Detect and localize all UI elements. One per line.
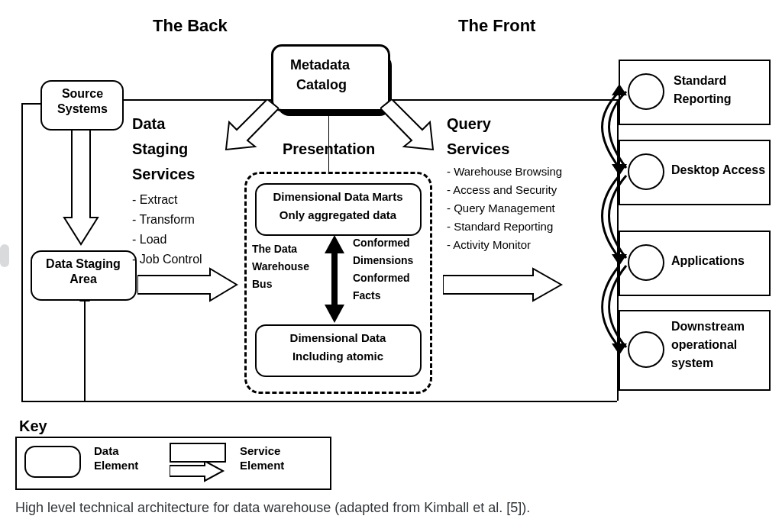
squiggle-connector-icon [593, 69, 631, 382]
app-l1: Applications [671, 253, 745, 269]
dss-title-1: Data [132, 114, 165, 134]
qs-item-4: - Activity Monitor [447, 238, 531, 253]
conf-l1: Conformed [353, 237, 410, 250]
arrow-metadata-right-icon [380, 99, 438, 153]
dim-marts-l1: Dimensional Data Marts [263, 190, 412, 205]
key-service-element-label: Service Element [240, 444, 301, 473]
key-service-arrow-icon [170, 461, 226, 482]
feedback-line-left [21, 103, 23, 401]
port-standard-reporting [628, 73, 664, 110]
svg-marker-2 [137, 269, 237, 301]
svg-marker-10 [612, 343, 627, 355]
key-service-rect [170, 443, 226, 463]
qs-item-1: - Access and Security [447, 183, 557, 198]
key-title: Key [19, 417, 47, 436]
qs-item-3: - Standard Reporting [447, 220, 553, 234]
feedback-line-bottom [21, 401, 617, 402]
sr-l2: Reporting [674, 92, 732, 107]
qs-title-2: Services [447, 140, 509, 159]
ds-l3: system [671, 356, 713, 371]
metadata-l1: Metadata [290, 56, 350, 74]
svg-marker-5 [325, 235, 344, 323]
port-desktop-access [628, 153, 664, 190]
svg-marker-4 [380, 99, 433, 150]
svg-marker-7 [612, 84, 627, 95]
heading-front: The Front [458, 15, 535, 37]
dwbus-l2: Warehouse [252, 260, 309, 274]
dss-item-3: - Job Control [132, 252, 202, 267]
svg-marker-1 [64, 130, 98, 244]
dss-item-2: - Load [132, 232, 166, 247]
feedback-line-to-staging [84, 298, 86, 401]
arrow-metadata-left-icon [221, 99, 279, 153]
conf-l4: Facts [353, 289, 381, 303]
scroll-crumb [0, 244, 9, 267]
dss-title-3: Services [132, 165, 195, 184]
da-l1: Desktop Access [671, 163, 765, 178]
qs-item-0: - Warehouse Browsing [447, 165, 562, 179]
arrow-right2-icon [443, 267, 565, 302]
arrow-right-icon [137, 267, 241, 302]
qs-title-1: Query [447, 114, 491, 134]
dss-item-1: - Transform [132, 212, 195, 227]
diagram-canvas: The Back The Front Source Systems Data S… [0, 0, 782, 532]
key-data-element-label: Data Element [94, 444, 147, 473]
figure-caption: High level technical architecture for da… [15, 500, 530, 516]
sr-l1: Standard [674, 73, 726, 89]
svg-marker-6 [443, 269, 561, 301]
dim-marts-l2: Only aggregated data [263, 208, 412, 223]
svg-marker-9 [612, 254, 627, 266]
heading-back: The Back [153, 15, 228, 37]
metadata-l2: Catalog [296, 76, 347, 94]
label-source-systems: Source Systems [52, 86, 113, 117]
dwbus-l3: Bus [252, 278, 272, 292]
feedback-line-left-top [21, 103, 43, 105]
conf-l2: Dimensions [353, 254, 413, 268]
ds-l1: Downstream [671, 319, 745, 334]
ds-l2: operational [671, 337, 737, 353]
double-arrow-icon [325, 235, 344, 323]
dss-item-0: - Extract [132, 192, 178, 208]
key-data-element-shape [24, 446, 81, 478]
dwbus-l1: The Data [252, 243, 297, 256]
conf-l3: Conformed [353, 272, 410, 285]
dss-title-2: Staging [132, 140, 188, 159]
label-data-staging-area: Data Staging Area [38, 256, 128, 287]
heading-presentation: Presentation [283, 140, 375, 159]
svg-marker-8 [612, 164, 627, 176]
port-applications [628, 244, 664, 281]
arrow-down-icon [63, 130, 99, 248]
svg-marker-11 [170, 461, 223, 481]
dim-atomic-l2: Including atomic [263, 350, 412, 364]
qs-item-2: - Query Management [447, 202, 555, 216]
port-downstream [628, 331, 664, 368]
dim-atomic-l1: Dimensional Data [263, 331, 412, 346]
svg-marker-3 [226, 99, 279, 150]
